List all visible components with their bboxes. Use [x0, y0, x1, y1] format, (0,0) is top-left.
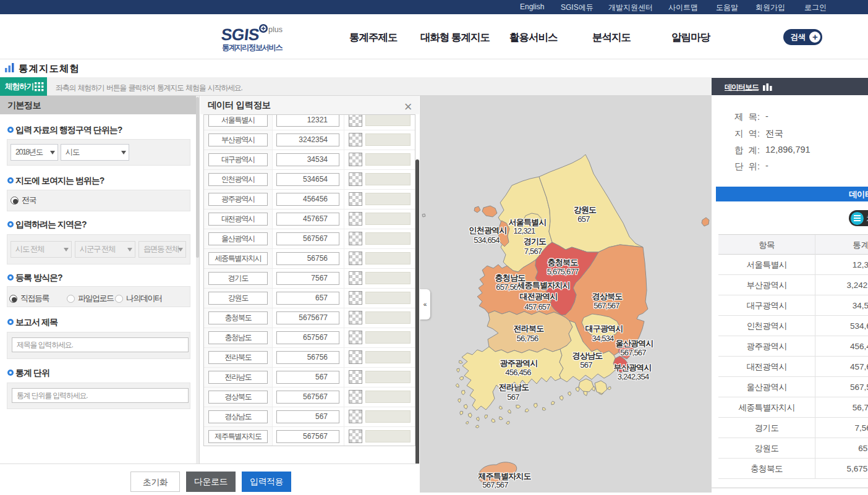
svg-text:plus: plus: [268, 25, 283, 34]
svg-text:SGIS: SGIS: [221, 25, 260, 44]
svg-text:통계지리정보서비스: 통계지리정보서비스: [222, 43, 283, 52]
